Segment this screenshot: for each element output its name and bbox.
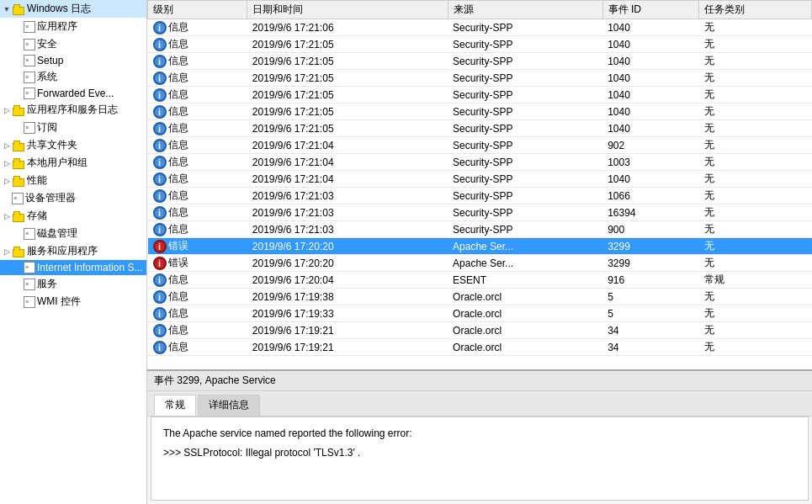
level-cell: i信息 bbox=[148, 70, 247, 87]
sidebar-item-internet-info[interactable]: Internet Information S... bbox=[0, 260, 146, 275]
table-row[interactable]: i信息2019/9/6 17:21:03Security-SPP900无 bbox=[148, 221, 812, 238]
table-row[interactable]: i信息2019/9/6 17:20:04ESENT916常规 bbox=[148, 272, 812, 289]
expand-icon-app-service-log: ▷ bbox=[2, 105, 12, 115]
table-row[interactable]: i信息2019/9/6 17:21:05Security-SPP1040无 bbox=[148, 53, 812, 70]
category-cell: 无 bbox=[699, 36, 812, 53]
detail-tab-常规[interactable]: 常规 bbox=[154, 395, 196, 416]
sidebar-item-setup[interactable]: Setup bbox=[0, 53, 146, 68]
sidebar-item-services-apps[interactable]: ▷服务和应用程序 bbox=[0, 242, 146, 260]
detail-tab-详细信息[interactable]: 详细信息 bbox=[198, 395, 260, 416]
sidebar-label-local-users: 本地用户和组 bbox=[27, 156, 88, 170]
level-text: 错误 bbox=[168, 256, 188, 270]
datetime-cell: 2019/9/6 17:21:05 bbox=[247, 103, 448, 120]
id-cell: 16394 bbox=[602, 204, 699, 221]
info-icon: i bbox=[153, 156, 167, 169]
id-cell: 34 bbox=[602, 322, 699, 339]
datetime-cell: 2019/9/6 17:19:33 bbox=[247, 305, 448, 322]
sidebar-item-services[interactable]: 服务 bbox=[0, 275, 146, 293]
info-icon: i bbox=[153, 172, 167, 186]
sidebar-item-system[interactable]: 系统 bbox=[0, 68, 146, 86]
level-text: 信息 bbox=[168, 138, 188, 152]
table-row[interactable]: i信息2019/9/6 17:21:03Security-SPP16394无 bbox=[148, 204, 812, 221]
col-任务类别[interactable]: 任务类别 bbox=[699, 1, 812, 19]
table-row[interactable]: i错误2019/9/6 17:20:20Apache Ser...3299无 bbox=[148, 255, 812, 272]
category-cell: 无 bbox=[699, 171, 812, 188]
level-cell: i信息 bbox=[148, 19, 247, 36]
table-row[interactable]: i信息2019/9/6 17:21:04Security-SPP1040无 bbox=[148, 171, 812, 188]
datetime-cell: 2019/9/6 17:20:20 bbox=[247, 255, 448, 272]
sidebar-label-system: 系统 bbox=[37, 70, 57, 84]
table-row[interactable]: i信息2019/9/6 17:21:06Security-SPP1040无 bbox=[148, 19, 812, 36]
category-cell: 无 bbox=[699, 87, 812, 103]
sidebar-label-device-manager: 设备管理器 bbox=[25, 191, 76, 205]
table-row[interactable]: i信息2019/9/6 17:21:04Security-SPP902无 bbox=[148, 137, 812, 154]
col-来源[interactable]: 来源 bbox=[448, 1, 602, 19]
sidebar-item-forwarded[interactable]: Forwarded Eve... bbox=[0, 86, 146, 101]
category-cell: 无 bbox=[699, 154, 812, 171]
sidebar-item-storage[interactable]: ▷存储 bbox=[0, 207, 146, 225]
col-事件 ID[interactable]: 事件 ID bbox=[602, 1, 699, 19]
expand-icon-subscription bbox=[13, 123, 24, 133]
folder-icon-performance bbox=[12, 175, 25, 187]
id-cell: 900 bbox=[602, 221, 699, 238]
category-cell: 无 bbox=[699, 188, 812, 204]
info-icon: i bbox=[153, 105, 167, 119]
error-icon: i bbox=[153, 257, 167, 270]
table-row[interactable]: i错误2019/9/6 17:20:20Apache Ser...3299无 bbox=[148, 238, 812, 255]
category-cell: 无 bbox=[699, 19, 812, 36]
col-级别[interactable]: 级别 bbox=[148, 1, 247, 19]
table-row[interactable]: i信息2019/9/6 17:21:04Security-SPP1003无 bbox=[148, 154, 812, 171]
table-row[interactable]: i信息2019/9/6 17:21:05Security-SPP1040无 bbox=[148, 87, 812, 103]
source-cell: Security-SPP bbox=[448, 53, 602, 70]
source-cell: Oracle.orcl bbox=[448, 339, 602, 356]
id-cell: 3299 bbox=[602, 255, 699, 272]
sidebar-item-disk-manager[interactable]: 磁盘管理 bbox=[0, 225, 146, 242]
table-row[interactable]: i信息2019/9/6 17:21:05Security-SPP1040无 bbox=[148, 103, 812, 120]
sidebar-item-device-manager[interactable]: 设备管理器 bbox=[0, 189, 146, 207]
table-row[interactable]: i信息2019/9/6 17:19:38Oracle.orcl5无 bbox=[148, 289, 812, 305]
sidebar-item-shared-folder[interactable]: ▷共享文件夹 bbox=[0, 136, 146, 154]
expand-icon-local-users: ▷ bbox=[2, 158, 12, 168]
sidebar-item-app[interactable]: 应用程序 bbox=[0, 18, 146, 35]
datetime-cell: 2019/9/6 17:21:05 bbox=[247, 53, 448, 70]
source-cell: Security-SPP bbox=[448, 87, 602, 103]
sidebar-item-local-users[interactable]: ▷本地用户和组 bbox=[0, 154, 146, 172]
datetime-cell: 2019/9/6 17:21:05 bbox=[247, 87, 448, 103]
source-cell: Security-SPP bbox=[448, 19, 602, 36]
source-cell: Security-SPP bbox=[448, 137, 602, 154]
sidebar-label-app: 应用程序 bbox=[37, 19, 77, 34]
sidebar-item-wmi[interactable]: WMI 控件 bbox=[0, 293, 146, 310]
sidebar-label-services-apps: 服务和应用程序 bbox=[27, 244, 98, 258]
level-text: 信息 bbox=[168, 205, 188, 220]
doc-icon-wmi bbox=[24, 296, 35, 308]
table-row[interactable]: i信息2019/9/6 17:19:21Oracle.orcl34无 bbox=[148, 339, 812, 356]
expand-icon-disk-manager bbox=[13, 229, 24, 239]
info-icon: i bbox=[153, 139, 167, 152]
doc-icon-forwarded bbox=[24, 88, 35, 99]
sidebar-item-performance[interactable]: ▷性能 bbox=[0, 172, 146, 189]
sidebar-item-subscription[interactable]: 订阅 bbox=[0, 119, 146, 136]
id-cell: 34 bbox=[602, 339, 699, 356]
sidebar-item-app-service-log[interactable]: ▷应用程序和服务日志 bbox=[0, 101, 146, 119]
sidebar-label-wmi: WMI 控件 bbox=[37, 294, 81, 309]
sidebar-item-security[interactable]: 安全 bbox=[0, 35, 146, 53]
category-cell: 无 bbox=[699, 120, 812, 137]
doc-icon-setup bbox=[24, 55, 35, 66]
datetime-cell: 2019/9/6 17:21:03 bbox=[247, 221, 448, 238]
table-row[interactable]: i信息2019/9/6 17:21:05Security-SPP1040无 bbox=[148, 120, 812, 137]
log-table-container: 级别日期和时间来源事件 ID任务类别 i信息2019/9/6 17:21:06S… bbox=[147, 0, 812, 369]
log-table: 级别日期和时间来源事件 ID任务类别 i信息2019/9/6 17:21:06S… bbox=[147, 0, 812, 356]
category-cell: 无 bbox=[699, 322, 812, 339]
level-text: 信息 bbox=[168, 323, 188, 337]
sidebar-item-windows-log[interactable]: ▼Windows 日志 bbox=[0, 0, 146, 18]
table-row[interactable]: i信息2019/9/6 17:21:05Security-SPP1040无 bbox=[148, 36, 812, 53]
table-row[interactable]: i信息2019/9/6 17:19:21Oracle.orcl34无 bbox=[148, 322, 812, 339]
col-日期和时间[interactable]: 日期和时间 bbox=[247, 1, 448, 19]
table-row[interactable]: i信息2019/9/6 17:21:03Security-SPP1066无 bbox=[148, 188, 812, 204]
source-cell: Apache Ser... bbox=[448, 255, 602, 272]
category-cell: 无 bbox=[699, 53, 812, 70]
table-row[interactable]: i信息2019/9/6 17:19:33Oracle.orcl5无 bbox=[148, 305, 812, 322]
expand-icon-shared-folder: ▷ bbox=[2, 141, 12, 151]
level-text: 信息 bbox=[168, 188, 188, 203]
table-row[interactable]: i信息2019/9/6 17:21:05Security-SPP1040无 bbox=[148, 70, 812, 87]
